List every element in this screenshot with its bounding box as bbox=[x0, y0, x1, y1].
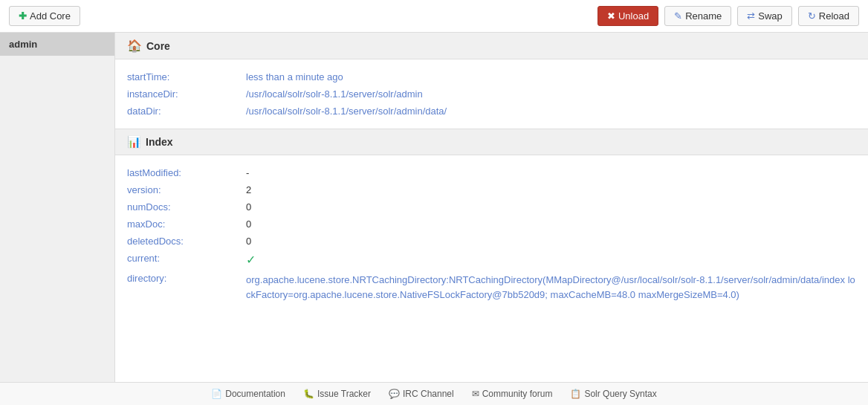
current-value: ✓ bbox=[246, 253, 856, 267]
rename-label: Rename bbox=[685, 10, 722, 22]
swap-button[interactable]: ⇄ Swap bbox=[737, 6, 792, 26]
irc-channel-link[interactable]: 💬 IRC Channel bbox=[389, 389, 454, 399]
unload-label: Unload bbox=[618, 10, 649, 22]
irc-channel-label: IRC Channel bbox=[403, 389, 454, 399]
solr-query-syntax-label: Solr Query Syntax bbox=[584, 389, 656, 399]
sidebar-item-admin[interactable]: admin bbox=[0, 33, 114, 56]
issue-tracker-link[interactable]: 🐛 Issue Tracker bbox=[303, 389, 371, 399]
documentation-link[interactable]: 📄 Documentation bbox=[211, 389, 285, 399]
info-row-datadir: dataDir: /usr/local/solr/solr-8.1.1/serv… bbox=[127, 103, 856, 120]
main-layout: admin 🏠 Core startTime: less than a minu… bbox=[0, 33, 868, 382]
lastmodified-label: lastModified: bbox=[127, 167, 246, 178]
lastmodified-value: - bbox=[246, 167, 856, 178]
add-core-label: Add Core bbox=[30, 10, 71, 22]
reload-label: Reload bbox=[819, 10, 849, 22]
numdocs-label: numDocs: bbox=[127, 201, 246, 213]
solr-query-syntax-link[interactable]: 📋 Solr Query Syntax bbox=[570, 389, 656, 399]
swap-icon: ⇄ bbox=[747, 10, 755, 22]
footer: 📄 Documentation 🐛 Issue Tracker 💬 IRC Ch… bbox=[0, 382, 868, 405]
unload-button[interactable]: ✖ Unload bbox=[597, 6, 658, 26]
numdocs-value: 0 bbox=[246, 201, 856, 213]
core-icon: 🏠 bbox=[127, 39, 142, 53]
add-core-button[interactable]: ✚ Add Core bbox=[9, 6, 80, 26]
info-row-maxdoc: maxDoc: 0 bbox=[127, 216, 856, 233]
starttime-label: startTime: bbox=[127, 71, 246, 82]
index-info-table: lastModified: - version: 2 numDocs: 0 ma… bbox=[115, 155, 868, 314]
index-title: Index bbox=[146, 136, 173, 148]
deleteddocs-label: deletedDocs: bbox=[127, 236, 246, 247]
rename-button[interactable]: ✎ Rename bbox=[664, 6, 731, 26]
info-row-lastmodified: lastModified: - bbox=[127, 164, 856, 181]
maxdoc-label: maxDoc: bbox=[127, 218, 246, 230]
info-row-current: current: ✓ bbox=[127, 250, 856, 270]
info-row-deleteddocs: deletedDocs: 0 bbox=[127, 233, 856, 250]
community-forum-label: Community forum bbox=[482, 389, 553, 399]
info-row-directory: directory: org.apache.lucene.store.NRTCa… bbox=[127, 270, 856, 305]
swap-label: Swap bbox=[758, 10, 783, 22]
content-area: 🏠 Core startTime: less than a minute ago… bbox=[115, 33, 868, 382]
issue-tracker-label: Issue Tracker bbox=[317, 389, 371, 399]
rename-icon: ✎ bbox=[674, 10, 682, 22]
directory-value: org.apache.lucene.store.NRTCachingDirect… bbox=[246, 273, 856, 302]
instancedir-label: instanceDir: bbox=[127, 88, 246, 100]
unload-icon: ✖ bbox=[607, 10, 615, 22]
info-row-instancedir: instanceDir: /usr/local/solr/solr-8.1.1/… bbox=[127, 85, 856, 103]
sidebar-item-label: admin bbox=[9, 39, 37, 50]
current-label: current: bbox=[127, 253, 246, 264]
irc-channel-icon: 💬 bbox=[389, 389, 400, 399]
info-row-version: version: 2 bbox=[127, 181, 856, 198]
toolbar: ✚ Add Core ✖ Unload ✎ Rename ⇄ Swap ↻ Re… bbox=[0, 0, 868, 33]
index-icon: 📊 bbox=[127, 135, 141, 149]
documentation-icon: 📄 bbox=[211, 389, 222, 399]
core-info-table: startTime: less than a minute ago instan… bbox=[115, 59, 868, 129]
datadir-label: dataDir: bbox=[127, 106, 246, 117]
solr-query-syntax-icon: 📋 bbox=[570, 389, 581, 399]
version-label: version: bbox=[127, 184, 246, 195]
core-title: Core bbox=[146, 40, 170, 52]
info-row-starttime: startTime: less than a minute ago bbox=[127, 68, 856, 85]
plus-icon: ✚ bbox=[19, 10, 27, 22]
directory-label: directory: bbox=[127, 273, 246, 284]
starttime-value: less than a minute ago bbox=[246, 71, 856, 82]
reload-icon: ↻ bbox=[808, 10, 816, 22]
deleteddocs-value: 0 bbox=[246, 236, 856, 247]
maxdoc-value: 0 bbox=[246, 218, 856, 230]
documentation-label: Documentation bbox=[225, 389, 285, 399]
reload-button[interactable]: ↻ Reload bbox=[798, 6, 859, 26]
community-forum-link[interactable]: ✉ Community forum bbox=[472, 389, 553, 399]
datadir-value: /usr/local/solr/solr-8.1.1/server/solr/a… bbox=[246, 106, 856, 117]
core-section-header: 🏠 Core bbox=[115, 33, 868, 59]
index-section-header: 📊 Index bbox=[115, 129, 868, 155]
community-forum-icon: ✉ bbox=[472, 389, 479, 399]
issue-tracker-icon: 🐛 bbox=[303, 389, 314, 399]
instancedir-value: /usr/local/solr/solr-8.1.1/server/solr/a… bbox=[246, 88, 856, 100]
info-row-numdocs: numDocs: 0 bbox=[127, 198, 856, 216]
version-value: 2 bbox=[246, 184, 856, 195]
sidebar: admin bbox=[0, 33, 115, 382]
